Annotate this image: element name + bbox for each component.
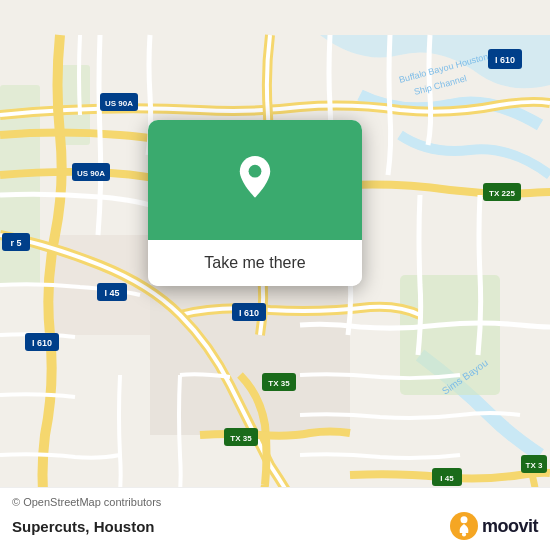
- svg-text:I 610: I 610: [32, 338, 52, 348]
- popup-header: [148, 120, 362, 240]
- svg-text:US 90A: US 90A: [77, 169, 105, 178]
- map-attribution: © OpenStreetMap contributors: [12, 496, 538, 508]
- location-pin-icon: [231, 156, 279, 204]
- footer-row: Supercuts, Houston moovit: [12, 512, 538, 540]
- moovit-icon: [450, 512, 478, 540]
- svg-point-35: [460, 516, 467, 523]
- svg-text:TX 35: TX 35: [230, 434, 252, 443]
- svg-text:I 610: I 610: [239, 308, 259, 318]
- svg-point-33: [249, 165, 262, 178]
- map-container: I 610 US 90A US 90A r 5 I 45 I 610 I 610…: [0, 0, 550, 550]
- take-me-there-button[interactable]: Take me there: [148, 240, 362, 286]
- svg-text:r 5: r 5: [10, 238, 21, 248]
- svg-text:US 90A: US 90A: [105, 99, 133, 108]
- svg-text:I 45: I 45: [104, 288, 119, 298]
- svg-text:TX 225: TX 225: [489, 189, 515, 198]
- svg-point-36: [462, 532, 466, 536]
- svg-text:I 45: I 45: [440, 474, 454, 483]
- location-popup: Take me there: [148, 120, 362, 286]
- place-name: Supercuts, Houston: [12, 518, 155, 535]
- svg-text:TX 35: TX 35: [268, 379, 290, 388]
- svg-text:I 610: I 610: [495, 55, 515, 65]
- moovit-text: moovit: [482, 516, 538, 537]
- moovit-logo: moovit: [450, 512, 538, 540]
- svg-text:TX 3: TX 3: [526, 461, 543, 470]
- bottom-bar: © OpenStreetMap contributors Supercuts, …: [0, 487, 550, 550]
